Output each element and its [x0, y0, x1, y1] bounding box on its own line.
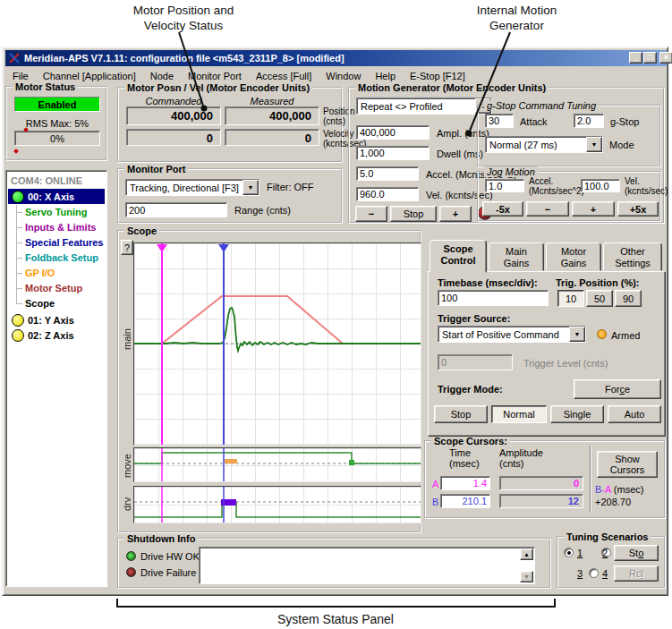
- commanded-header: Commanded: [126, 96, 221, 106]
- trigger-mode-stop-button[interactable]: Stop: [434, 405, 488, 423]
- menu-estop[interactable]: E-Stop [F12]: [403, 68, 472, 84]
- tab-other-settings[interactable]: Other Settings: [603, 242, 662, 271]
- trigger-mode-single-button[interactable]: Single: [550, 405, 604, 423]
- profile-select[interactable]: Repeat <> Profiled ▼: [356, 98, 492, 115]
- help-button[interactable]: ?: [121, 240, 133, 255]
- title-bar[interactable]: Meridian-APS V7.1.11: configuration file…: [5, 50, 667, 66]
- close-button[interactable]: ×: [659, 52, 672, 64]
- shutdown-log-box[interactable]: ▲ ▼: [199, 547, 535, 584]
- menu-node[interactable]: Node: [143, 68, 181, 84]
- scroll-down-icon[interactable]: ▼: [520, 571, 533, 582]
- cursor-a-marker[interactable]: [157, 244, 167, 252]
- store-button[interactable]: Sto: [614, 545, 659, 561]
- trig-pos-10-button[interactable]: 10: [557, 290, 584, 307]
- jog-accel-input[interactable]: [485, 179, 524, 192]
- gstop-tuning-group: g-Stop Command Tuning Attack g-Stop Norm…: [477, 105, 661, 167]
- maximize-icon: □: [648, 54, 652, 62]
- accel-input[interactable]: [356, 166, 419, 181]
- jog-minus-button[interactable]: −: [526, 201, 569, 217]
- axis-led-icon: [12, 314, 24, 327]
- trig-pos-90-button[interactable]: 90: [615, 290, 642, 307]
- gstop-mode-value: Normal (27 ms): [489, 140, 557, 150]
- commanded-velocity-display: 0: [126, 129, 221, 146]
- trig-pos-50-button[interactable]: 50: [586, 290, 613, 307]
- tab-main-gains[interactable]: Main Gains: [489, 242, 544, 271]
- jog-plus-button[interactable]: +: [572, 201, 615, 217]
- channel-label-drv: drv: [122, 486, 132, 522]
- cursor-b-marker[interactable]: [218, 244, 229, 252]
- velocity-input[interactable]: [356, 187, 419, 201]
- jog-vel-input[interactable]: [581, 179, 620, 192]
- shutdown-info-title: Shutdown Info: [124, 533, 198, 544]
- gstop-input[interactable]: [574, 114, 604, 128]
- cursor-b-time-input[interactable]: [440, 494, 490, 508]
- annotation-motor-status: Motor Position and Velocity Status: [98, 3, 268, 33]
- stop-button[interactable]: Stop: [390, 206, 437, 222]
- sidebar-item-x-axis[interactable]: 00: X Axis: [8, 189, 105, 204]
- tuning-scenarios-title: Tuning Scenarios: [564, 531, 651, 542]
- trigger-source-select[interactable]: Start of Positive Command ▼: [438, 326, 586, 343]
- scroll-up-icon[interactable]: ▲: [520, 548, 533, 560]
- sidebar-item-label: 02: Z Axis: [28, 330, 74, 341]
- dwell-input[interactable]: [356, 146, 430, 160]
- axis-tree-list: COM4: ONLINE 00: X Axis Servo Tuning Inp…: [5, 170, 107, 587]
- attack-input[interactable]: [485, 114, 514, 128]
- ba-delta-label: B-A (msec): [595, 484, 643, 495]
- scenario-1-radio[interactable]: [564, 548, 574, 557]
- menu-window[interactable]: Window: [319, 68, 368, 84]
- tab-scope-control[interactable]: Scope Control: [430, 240, 487, 273]
- mode-label: Mode: [609, 140, 634, 150]
- sidebar-item-special-features[interactable]: Special Features: [25, 237, 103, 248]
- marker-icon: [13, 149, 19, 154]
- trigger-mode-auto-button[interactable]: Auto: [608, 405, 661, 423]
- maximize-button[interactable]: □: [643, 52, 657, 64]
- tab-label: Motor: [547, 246, 600, 258]
- jog-plus5x-button[interactable]: +5x: [617, 201, 659, 217]
- plus-button[interactable]: +: [439, 206, 472, 222]
- cursor-b-label: B: [432, 497, 438, 507]
- menu-help[interactable]: Help: [368, 68, 403, 84]
- minimize-button[interactable]: _: [629, 52, 642, 64]
- trigger-mode-normal-button[interactable]: Normal: [491, 405, 547, 423]
- sidebar-item-motor-setup[interactable]: Motor Setup: [25, 283, 82, 293]
- chevron-down-icon[interactable]: ▼: [569, 327, 585, 342]
- gstop-mode-select[interactable]: Normal (27 ms) ▼: [485, 136, 603, 153]
- sidebar-item-scope[interactable]: Scope: [25, 298, 55, 309]
- jog-minus-button[interactable]: −: [355, 206, 387, 222]
- attack-label: Attack: [520, 116, 548, 127]
- force-button[interactable]: Force: [574, 379, 661, 399]
- range-label: Range (cnts): [234, 205, 291, 216]
- cursor-a-time-input[interactable]: [440, 476, 490, 490]
- motor-status-title: Motor Status: [13, 81, 78, 92]
- menu-monitor-port[interactable]: Monitor Port: [181, 68, 249, 84]
- sidebar-item-foldback-setup[interactable]: Foldback Setup: [25, 252, 98, 263]
- ba-delta-value: +208.70: [595, 497, 631, 507]
- monitor-mode-select[interactable]: Tracking, Directional [F3] ▼: [125, 179, 259, 196]
- jog-minus5x-button[interactable]: -5x: [482, 201, 523, 217]
- jog-motion-group: Jog Motion Accel.(Mcnts/sec^2) Vel.(kcnt…: [477, 171, 661, 222]
- chevron-down-icon[interactable]: ▼: [586, 137, 602, 152]
- profile-value: Repeat <> Profiled: [361, 101, 443, 112]
- range-input[interactable]: [125, 202, 227, 217]
- timebase-input[interactable]: [438, 290, 549, 306]
- sidebar-item-servo-tuning[interactable]: Servo Tuning: [25, 207, 87, 217]
- tab-motor-gains[interactable]: Motor Gains: [546, 242, 601, 271]
- scenario-3-radio[interactable]: [589, 568, 599, 578]
- sidebar-item-label: 00: X Axis: [28, 191, 74, 202]
- drive-hw-ok-led-icon: [126, 551, 136, 561]
- sidebar-item-y-axis[interactable]: 01: Y Axis: [8, 312, 74, 327]
- trigger-level-label: Trigger Level (cnts): [523, 358, 608, 369]
- chevron-down-icon[interactable]: ▼: [242, 180, 259, 195]
- recall-button: Rcl: [614, 565, 659, 582]
- shutdown-info-group: Shutdown Info Drive HW OK Drive Failure …: [117, 538, 551, 589]
- sidebar-item-gp-io[interactable]: GP I/O: [25, 268, 55, 278]
- menu-access[interactable]: Access [Full]: [249, 68, 319, 84]
- sidebar-item-inputs-limits[interactable]: Inputs & Limits: [25, 222, 96, 233]
- command-trace: [134, 296, 421, 344]
- scope-cursors-title: Scope Cursors:: [431, 436, 510, 446]
- sidebar-item-z-axis[interactable]: 02: Z Axis: [8, 327, 74, 343]
- trig-position-label: Trig. Position (%):: [556, 277, 640, 288]
- channel-label-main: main: [122, 285, 132, 393]
- show-cursors-button[interactable]: Show Cursors: [597, 451, 658, 478]
- amplitude-input[interactable]: [356, 125, 430, 140]
